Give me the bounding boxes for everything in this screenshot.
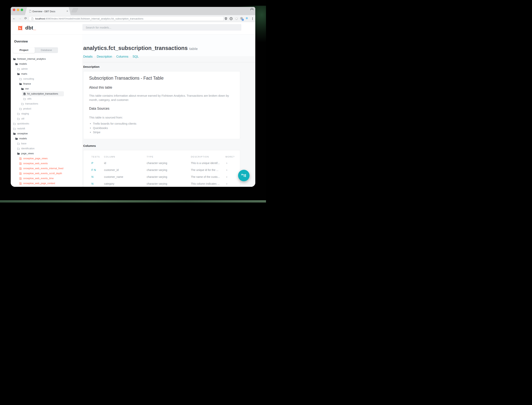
column-row-customer_name[interactable]: Ncustomer_namecharacter varyingThe name … [83, 175, 240, 180]
about-heading: About this table [89, 86, 112, 90]
description-card: Subscription Transactions - Fact Table A… [83, 71, 240, 139]
file-outline-icon [19, 167, 22, 170]
folder-closed-icon [17, 68, 20, 70]
tree-item-models[interactable]: models [11, 61, 82, 67]
tree-item-label: quickbooks [17, 122, 29, 125]
tree-item-label: page_views [21, 152, 34, 155]
tree-item-redshift[interactable]: redshift [11, 126, 82, 131]
tree-item-consulting[interactable]: consulting [11, 76, 82, 81]
folder-open-icon [13, 132, 16, 135]
browser-menu-icon[interactable] [251, 17, 254, 20]
zoom-window-button[interactable] [21, 9, 23, 11]
snowflake-extension-icon[interactable]: ❄ [246, 17, 249, 20]
tree-item-admin[interactable]: admin [11, 67, 82, 71]
column-tests-badges: N [92, 175, 93, 178]
profile-avatar-icon[interactable] [250, 8, 254, 11]
tree-item-label: snowplow_web_events_time [23, 177, 54, 180]
expand-row-chevron-icon[interactable]: › [226, 168, 227, 172]
column-row-category[interactable]: Ncategorycharacter varyingThis column in… [83, 182, 240, 186]
search-input[interactable] [82, 24, 241, 31]
tree-item-label: product [23, 107, 31, 110]
tree-item-fishtown_internal_analytics[interactable]: fishtown_internal_analytics [11, 56, 82, 61]
dbt-logo-icon [17, 25, 24, 32]
column-header-column: COLUMN [104, 155, 115, 158]
tree-item-snowplow_web_events_scroll_depth[interactable]: snowplow_web_events_scroll_depth [11, 171, 82, 176]
ublock-extension-icon[interactable]: uO [224, 17, 228, 20]
folder-open-icon [17, 152, 20, 155]
back-icon[interactable]: ← [12, 15, 16, 22]
folder-open-icon [13, 58, 16, 61]
new-tab-button[interactable] [71, 8, 78, 12]
folder-closed-icon [17, 147, 20, 150]
column-row-customer_id[interactable]: F Ncustomer_idcharacter varyingThe uniqu… [83, 169, 240, 173]
column-type: character varying [147, 169, 167, 171]
column-tests-badges: P [92, 162, 93, 165]
expand-row-chevron-icon[interactable]: › [226, 182, 227, 186]
expand-row-chevron-icon[interactable]: › [226, 175, 227, 179]
tree-item-finance[interactable]: finance [11, 81, 82, 86]
folder-open-icon [15, 63, 18, 66]
model-nav-link-columns[interactable]: Columns [116, 55, 128, 58]
source-list-item: Quickbooks [90, 126, 136, 131]
tree-item-label: snowplow [17, 132, 28, 135]
browser-tab[interactable]: Overview - DBT Docs × [25, 7, 71, 15]
folder-closed-icon [13, 122, 16, 125]
page-document-icon [31, 17, 34, 20]
tree-item-identification[interactable]: identification [11, 146, 82, 151]
tree-item-label: snowplow_web_events [23, 162, 48, 165]
tree-item-label: consulting [23, 78, 34, 80]
tree-item-quickbooks[interactable]: quickbooks [11, 121, 82, 126]
resource-type-badge: table [189, 47, 197, 51]
columns-section-label: Columns [83, 144, 96, 148]
tree-item-snowplow_page_views[interactable]: snowplow_page_views [11, 156, 82, 161]
model-nav: DetailsDescriptionColumnsSQL [83, 55, 139, 58]
columns-card: TESTSCOLUMNTYPEDESCRIPTIONMORE? Pidchara… [83, 150, 240, 187]
tree-item-models[interactable]: models [11, 136, 82, 141]
forward-icon[interactable]: → [18, 15, 22, 22]
tree-item-marts[interactable]: marts [11, 71, 82, 76]
svg-text:uO: uO [225, 18, 227, 19]
tree-item-label: marts [21, 73, 27, 75]
tree-item-utils[interactable]: utils [11, 96, 82, 101]
tree-item-base[interactable]: base [11, 141, 82, 146]
tree-item-fct_subscription_transactions[interactable]: fct_subscription_transactions [11, 91, 82, 96]
view-lineage-button[interactable] [238, 170, 250, 181]
address-bar[interactable]: localhost:8080/index.html#!/model/model.… [29, 16, 224, 21]
tree-item-product[interactable]: product [11, 106, 82, 111]
tree-item-transactions[interactable]: transactions [11, 101, 82, 106]
tree-item-snowplow_web_page_context[interactable]: snowplow_web_page_context [11, 181, 82, 186]
reload-icon[interactable]: ⟳ [23, 15, 28, 22]
column-row-id[interactable]: Pidcharacter varyingThis is a unique ide… [83, 162, 240, 166]
tree-item-snowplow_web_events[interactable]: snowplow_web_events [11, 161, 82, 166]
tree-item-label: snowplow_web_events_internal_fixed [23, 167, 64, 170]
minimize-window-button[interactable] [17, 9, 19, 11]
model-nav-link-sql[interactable]: SQL [132, 55, 139, 58]
folder-open-icon [17, 73, 20, 75]
model-nav-link-details[interactable]: Details [83, 55, 92, 58]
model-nav-link-description[interactable]: Description [97, 55, 112, 58]
tree-item-snowplow_web_events_time[interactable]: snowplow_web_events_time [11, 176, 82, 181]
tree-item-label: fct_subscription_transactions [27, 92, 58, 95]
close-tab-icon[interactable]: × [66, 10, 69, 13]
column-description: The unique id for the ... [191, 169, 218, 171]
sources-intro: This table is sourced from: [89, 115, 123, 120]
tree-item-label: models [19, 137, 27, 140]
file-outline-icon [19, 177, 22, 180]
tree-item-snowplow_web_events_internal_fixed[interactable]: snowplow_web_events_internal_fixed [11, 166, 82, 171]
tree-item-util[interactable]: util [11, 116, 82, 121]
dbt-app-header: dbt_ [11, 22, 255, 34]
tree-item-page_views[interactable]: page_views [11, 151, 82, 156]
main-panel: analytics.fct_subscription_transactions … [82, 34, 255, 187]
url-host: localhost [35, 17, 45, 20]
close-window-button[interactable] [13, 9, 15, 11]
tree-item-snowplow[interactable]: snowplow [11, 131, 82, 136]
folder-closed-icon [21, 102, 24, 105]
extension-icon[interactable] [235, 17, 238, 20]
tree-item-label: base [21, 142, 26, 145]
page-title: analytics.fct_subscription_transactions … [83, 45, 198, 51]
tree-item-mrr[interactable]: mrr [11, 86, 82, 91]
password-manager-extension-icon[interactable] [230, 17, 233, 20]
expand-row-chevron-icon[interactable]: › [226, 161, 227, 165]
tree-item-staging[interactable]: staging [11, 111, 82, 116]
proxy-extension-icon[interactable]: x [240, 17, 244, 21]
